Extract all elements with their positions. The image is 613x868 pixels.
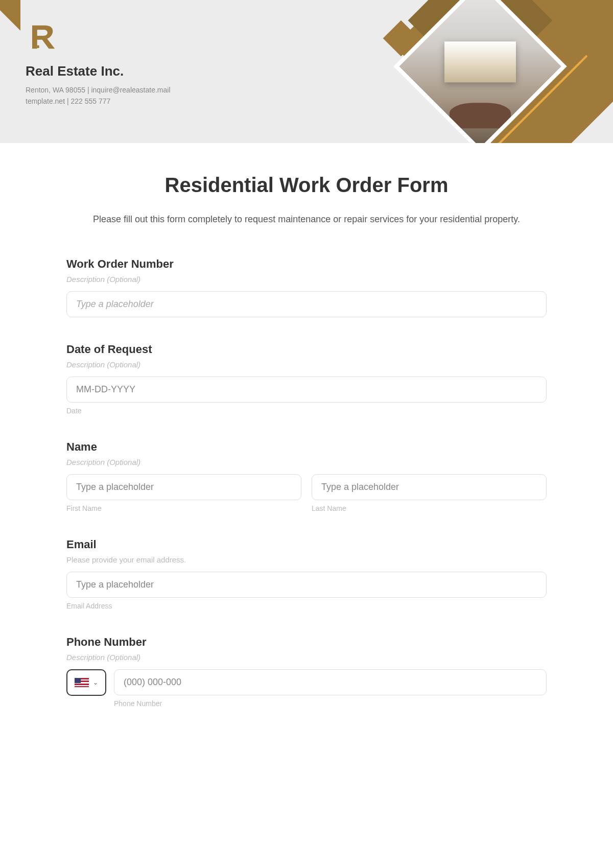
phone-label: Phone Number [66,636,547,649]
phone-input[interactable] [114,669,547,695]
date-request-field: Date of Request Description (Optional) D… [66,343,547,415]
country-code-select[interactable]: ⌄ [66,669,106,696]
first-name-col: First Name [66,474,301,512]
company-address: Renton, WA 98055 | inquire@realeastate.m… [26,84,587,96]
date-request-label: Date of Request [66,343,547,356]
form-container: Residential Work Order Form Please fill … [0,143,613,754]
work-order-input[interactable] [66,291,547,317]
date-request-description: Description (Optional) [66,360,547,369]
last-name-col: Last Name [312,474,547,512]
name-description: Description (Optional) [66,458,547,466]
company-contact: template.net | 222 555 777 [26,96,587,107]
first-name-input[interactable] [66,474,301,500]
last-name-input[interactable] [312,474,547,500]
first-name-sublabel: First Name [66,504,301,512]
phone-row: ⌄ Phone Number [66,669,547,708]
email-input[interactable] [66,572,547,598]
svg-rect-0 [37,45,39,48]
work-order-description: Description (Optional) [66,275,547,284]
us-flag-icon [75,678,89,687]
last-name-sublabel: Last Name [312,504,547,512]
email-field: Email Please provide your email address.… [66,538,547,610]
phone-field: Phone Number Description (Optional) ⌄ Ph… [66,636,547,708]
work-order-label: Work Order Number [66,257,547,271]
chevron-down-icon: ⌄ [93,679,98,686]
name-label: Name [66,440,547,454]
phone-input-col: Phone Number [114,669,547,708]
name-row: First Name Last Name [66,474,547,512]
date-sublabel: Date [66,407,547,415]
header-content: Real Estate Inc. Renton, WA 98055 | inqu… [0,0,613,128]
email-description: Please provide your email address. [66,555,547,564]
phone-sublabel: Phone Number [114,699,547,708]
email-sublabel: Email Address [66,602,547,610]
company-name: Real Estate Inc. [26,63,587,79]
logo-icon [26,20,59,54]
company-logo [26,20,587,56]
phone-description: Description (Optional) [66,653,547,662]
name-field: Name Description (Optional) First Name L… [66,440,547,512]
email-label: Email [66,538,547,551]
date-request-input[interactable] [66,377,547,403]
work-order-field: Work Order Number Description (Optional) [66,257,547,317]
form-intro: Please fill out this form completely to … [66,212,547,227]
form-title: Residential Work Order Form [66,174,547,197]
header-banner: Real Estate Inc. Renton, WA 98055 | inqu… [0,0,613,143]
